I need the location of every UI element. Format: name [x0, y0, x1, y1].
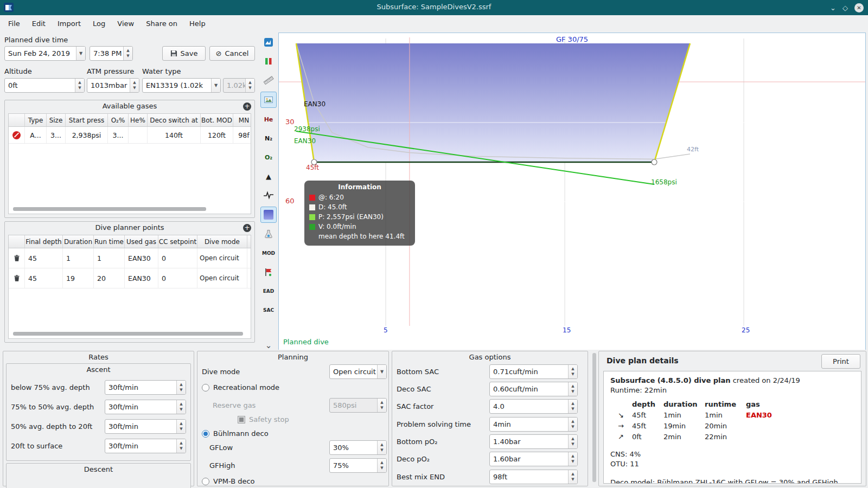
ruler-icon[interactable]	[261, 73, 276, 88]
tooltip-chip	[309, 204, 315, 210]
recreational-mode-radio[interactable]: Recreational mode	[202, 383, 279, 391]
menubar: File Edit Import Log View Share on Help	[0, 15, 868, 31]
spinner-arrows-icon[interactable]: ▲▼	[176, 400, 186, 414]
save-icon	[170, 50, 177, 57]
ndl-icon[interactable]	[261, 265, 276, 280]
profile-info-tooltip[interactable]: Information @: 6:20D: 45.0ftP: 2,557psi …	[304, 181, 415, 246]
chevron-down-icon[interactable]: ▼	[76, 47, 85, 60]
maximize-icon[interactable]: ◇	[843, 4, 848, 11]
depth-tick-label: 30	[285, 118, 295, 126]
sac-factor-label: SAC factor	[397, 402, 433, 410]
menu-help[interactable]: Help	[183, 17, 212, 30]
chevron-down-icon[interactable]: ▼	[377, 365, 386, 378]
planned-dive-label: Planned dive	[283, 338, 329, 346]
ascent-rate-50-20ft-input[interactable]: 30ft/min ▲▼	[105, 419, 186, 434]
ceiling-icon[interactable]: ▲	[261, 169, 276, 184]
chevron-down-icon[interactable]: ▼	[211, 79, 220, 92]
spinner-arrows-icon[interactable]: ▲▼	[568, 382, 577, 396]
menu-log[interactable]: Log	[87, 17, 111, 30]
gas-row[interactable]: A... 3... 2,938psi 3... 140ft 120ft 98f	[9, 127, 251, 144]
menu-import[interactable]: Import	[52, 17, 87, 30]
save-button[interactable]: Save	[162, 46, 206, 61]
add-point-button[interactable]: +	[243, 224, 251, 232]
dive-mode-select[interactable]: Open circuit ▼	[329, 364, 387, 379]
radio-icon[interactable]	[202, 384, 209, 391]
sac-icon[interactable]: SAC	[261, 303, 276, 318]
trash-icon[interactable]	[13, 274, 21, 282]
radio-icon[interactable]	[202, 478, 209, 485]
spinner-arrows-icon[interactable]: ▲▼	[568, 418, 577, 431]
spinner-arrows-icon[interactable]: ▲▼	[75, 79, 84, 92]
delete-gas-icon[interactable]	[12, 131, 21, 139]
cylinder-pressure-icon[interactable]	[261, 54, 276, 69]
close-icon[interactable]: ✕	[854, 3, 864, 12]
spinner-arrows-icon[interactable]: ▲▼	[377, 441, 386, 454]
toolbar-scroll-down-icon[interactable]: ⌄	[259, 341, 278, 350]
menu-share-on[interactable]: Share on	[140, 17, 183, 30]
spinner-arrows-icon[interactable]: ▲▼	[568, 400, 577, 413]
menu-view[interactable]: View	[111, 17, 140, 30]
vpmb-deco-radio[interactable]: VPM-B deco	[202, 477, 255, 485]
spinner-arrows-icon[interactable]: ▲▼	[568, 470, 577, 484]
menu-edit[interactable]: Edit	[26, 17, 52, 30]
sac-factor-input[interactable]: 4.0▲▼	[489, 399, 578, 414]
spinner-arrows-icon[interactable]: ▲▼	[568, 365, 577, 378]
gases-hscrollbar[interactable]	[13, 207, 206, 211]
points-hscrollbar[interactable]	[13, 332, 243, 336]
gflow-input[interactable]: 30% ▲▼	[329, 440, 387, 455]
dive-profile-chart[interactable]: GF 30/75 EAN30 2938psi EAN30 45ft 1658ps…	[278, 33, 866, 350]
bottom-sac-input[interactable]: 0.71cuft/min▲▼	[489, 364, 578, 379]
add-gas-button[interactable]: +	[243, 102, 251, 111]
heart-rate-icon[interactable]	[261, 188, 276, 203]
ead-icon[interactable]: EAD	[261, 284, 276, 299]
deco-sac-input[interactable]: 0.60cuft/min▲▼	[489, 382, 578, 396]
ascent-arrow-icon: ↗	[618, 432, 632, 442]
bottom-po2-label: Bottom pO₂	[397, 438, 438, 446]
spinner-arrows-icon[interactable]: ▲▼	[176, 420, 186, 433]
dive-computer-icon[interactable]	[261, 35, 276, 50]
gfhigh-input[interactable]: 75% ▲▼	[329, 458, 387, 473]
minimize-icon[interactable]: ⌄	[830, 4, 836, 11]
atm-pressure-input[interactable]: 1013mbar ▲▼	[87, 78, 139, 93]
cancel-button[interactable]: ⊘ Cancel	[209, 46, 255, 61]
spinner-arrows-icon[interactable]: ▲▼	[568, 452, 577, 466]
mod-icon[interactable]: MOD	[261, 246, 276, 261]
altitude-input[interactable]: 0ft ▲▼	[4, 78, 85, 93]
dive-planner-points-title: Dive planner points	[5, 223, 254, 232]
spinner-arrows-icon[interactable]: ▲▼	[176, 381, 186, 394]
tissues-icon[interactable]	[260, 207, 277, 223]
dive-date-select[interactable]: Sun Feb 24, 2019 ▼	[4, 46, 86, 61]
trash-icon[interactable]	[13, 254, 21, 262]
spinner-arrows-icon: ▲▼	[245, 79, 254, 92]
dive-time-input[interactable]: 7:38 PM ▲▼	[90, 46, 133, 61]
menu-file[interactable]: File	[2, 17, 26, 30]
spinner-arrows-icon[interactable]: ▲▼	[176, 439, 186, 453]
salinity-icon[interactable]	[261, 227, 276, 242]
photos-icon[interactable]	[260, 92, 277, 108]
spinner-arrows-icon[interactable]: ▲▼	[568, 435, 577, 448]
plan-runtime: Runtime: 22min	[610, 386, 854, 395]
bottom-po2-input[interactable]: 1.40bar▲▼	[489, 434, 578, 449]
problem-solving-time-input[interactable]: 4min▲▼	[489, 417, 578, 432]
best-mix-end-input[interactable]: 98ft▲▼	[489, 470, 578, 484]
pp-n2-icon[interactable]: N₂	[261, 131, 276, 146]
radio-selected-icon[interactable]	[202, 430, 209, 438]
reserve-gas-input: 580psi ▲▼	[329, 398, 387, 413]
vertical-scrollbar[interactable]	[592, 353, 596, 482]
ascent-rate-below75-input[interactable]: 30ft/min ▲▼	[105, 380, 186, 395]
spinner-arrows-icon[interactable]: ▲▼	[377, 459, 386, 472]
buhlmann-deco-radio[interactable]: Bühlmann deco	[202, 429, 269, 438]
planner-point-row[interactable]: 45 1 1 EAN30 0 Open circuit	[9, 248, 251, 268]
spinner-arrows-icon[interactable]: ▲▼	[130, 79, 139, 92]
print-button[interactable]: Print	[821, 354, 860, 369]
pp-o2-icon[interactable]: O₂	[261, 150, 276, 165]
pp-he-icon[interactable]: He	[261, 112, 276, 127]
water-type-select[interactable]: EN13319 (1.02k ▼	[142, 78, 221, 93]
x-tick-label: 25	[742, 326, 750, 334]
ascent-rate-20ft-surface-input[interactable]: 30ft/min ▲▼	[105, 439, 186, 453]
gflow-label: GFLow	[209, 444, 233, 452]
spinner-arrows-icon[interactable]: ▲▼	[123, 47, 132, 60]
planner-point-row[interactable]: 45 19 20 EAN30 0 Open circuit	[9, 268, 251, 288]
deco-po2-input[interactable]: 1.60bar▲▼	[489, 452, 578, 466]
ascent-rate-75-50-input[interactable]: 30ft/min ▲▼	[105, 400, 186, 414]
